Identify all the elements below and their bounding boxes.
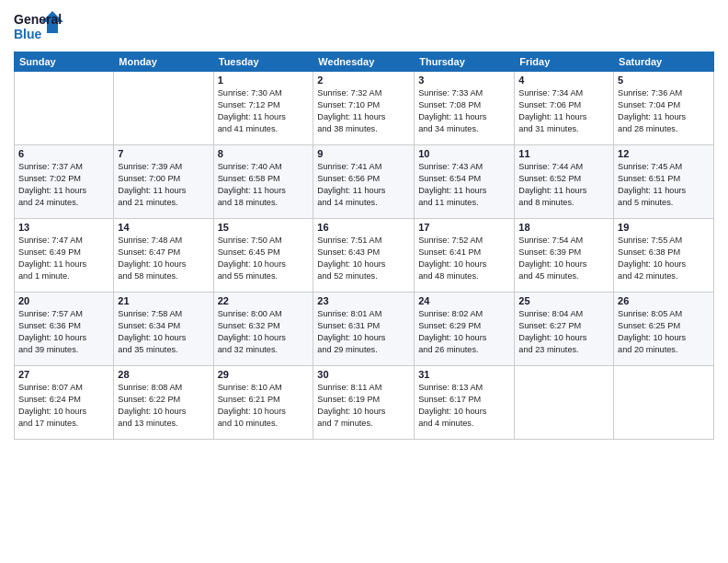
weekday-header-monday: Monday — [114, 52, 213, 72]
day-number: 23 — [317, 295, 410, 306]
calendar-cell — [114, 72, 213, 145]
day-info: Sunrise: 7:33 AM Sunset: 7:08 PM Dayligh… — [418, 87, 510, 135]
calendar-cell — [15, 72, 114, 145]
calendar-cell: 24Sunrise: 8:02 AM Sunset: 6:29 PM Dayli… — [415, 293, 515, 366]
weekday-header-tuesday: Tuesday — [213, 52, 313, 72]
day-number: 20 — [18, 295, 109, 306]
day-number: 11 — [518, 148, 609, 159]
calendar-cell: 21Sunrise: 7:58 AM Sunset: 6:34 PM Dayli… — [114, 293, 213, 366]
day-info: Sunrise: 8:07 AM Sunset: 6:24 PM Dayligh… — [18, 382, 109, 430]
day-info: Sunrise: 7:57 AM Sunset: 6:36 PM Dayligh… — [18, 308, 109, 356]
calendar-cell: 12Sunrise: 7:45 AM Sunset: 6:51 PM Dayli… — [614, 145, 714, 219]
day-number: 17 — [418, 222, 510, 233]
day-number: 7 — [118, 148, 209, 159]
calendar-table: SundayMondayTuesdayWednesdayThursdayFrid… — [14, 52, 714, 440]
calendar-cell: 15Sunrise: 7:50 AM Sunset: 6:45 PM Dayli… — [213, 219, 313, 293]
day-number: 18 — [518, 222, 609, 233]
calendar-cell: 23Sunrise: 8:01 AM Sunset: 6:31 PM Dayli… — [313, 293, 415, 366]
calendar-cell: 17Sunrise: 7:52 AM Sunset: 6:41 PM Dayli… — [415, 219, 515, 293]
day-info: Sunrise: 8:04 AM Sunset: 6:27 PM Dayligh… — [518, 308, 609, 356]
calendar-cell: 31Sunrise: 8:13 AM Sunset: 6:17 PM Dayli… — [415, 366, 515, 440]
day-info: Sunrise: 7:32 AM Sunset: 7:10 PM Dayligh… — [317, 87, 410, 135]
day-info: Sunrise: 8:08 AM Sunset: 6:22 PM Dayligh… — [118, 382, 209, 430]
calendar-cell: 9Sunrise: 7:41 AM Sunset: 6:56 PM Daylig… — [313, 145, 415, 219]
day-info: Sunrise: 7:54 AM Sunset: 6:39 PM Dayligh… — [518, 235, 609, 282]
weekday-header-saturday: Saturday — [614, 52, 714, 72]
calendar-cell: 19Sunrise: 7:55 AM Sunset: 6:38 PM Dayli… — [614, 219, 714, 293]
calendar-cell: 1Sunrise: 7:30 AM Sunset: 7:12 PM Daylig… — [213, 72, 313, 145]
calendar-cell: 25Sunrise: 8:04 AM Sunset: 6:27 PM Dayli… — [515, 293, 614, 366]
day-number: 4 — [518, 75, 609, 86]
calendar-cell: 16Sunrise: 7:51 AM Sunset: 6:43 PM Dayli… — [313, 219, 415, 293]
day-info: Sunrise: 7:48 AM Sunset: 6:47 PM Dayligh… — [118, 235, 209, 282]
calendar-cell: 8Sunrise: 7:40 AM Sunset: 6:58 PM Daylig… — [213, 145, 313, 219]
day-info: Sunrise: 7:44 AM Sunset: 6:52 PM Dayligh… — [518, 161, 609, 209]
calendar-cell: 6Sunrise: 7:37 AM Sunset: 7:02 PM Daylig… — [15, 145, 114, 219]
calendar-cell: 7Sunrise: 7:39 AM Sunset: 7:00 PM Daylig… — [114, 145, 213, 219]
day-number: 30 — [317, 369, 410, 380]
weekday-header-row: SundayMondayTuesdayWednesdayThursdayFrid… — [15, 52, 714, 72]
calendar-cell: 10Sunrise: 7:43 AM Sunset: 6:54 PM Dayli… — [415, 145, 515, 219]
day-number: 26 — [618, 295, 710, 306]
day-info: Sunrise: 8:13 AM Sunset: 6:17 PM Dayligh… — [418, 382, 510, 430]
calendar-cell: 22Sunrise: 8:00 AM Sunset: 6:32 PM Dayli… — [213, 293, 313, 366]
weekday-header-friday: Friday — [515, 52, 614, 72]
day-number: 1 — [218, 75, 310, 86]
day-info: Sunrise: 7:41 AM Sunset: 6:56 PM Dayligh… — [317, 161, 410, 209]
day-number: 14 — [118, 222, 209, 233]
day-number: 25 — [518, 295, 609, 306]
day-info: Sunrise: 7:50 AM Sunset: 6:45 PM Dayligh… — [218, 235, 310, 282]
day-info: Sunrise: 8:00 AM Sunset: 6:32 PM Dayligh… — [218, 308, 310, 356]
day-info: Sunrise: 7:45 AM Sunset: 6:51 PM Dayligh… — [618, 161, 710, 209]
calendar-cell: 4Sunrise: 7:34 AM Sunset: 7:06 PM Daylig… — [515, 72, 614, 145]
day-number: 8 — [218, 148, 310, 159]
calendar-cell — [614, 366, 714, 440]
svg-text:Blue: Blue — [14, 27, 42, 41]
day-number: 29 — [218, 369, 310, 380]
day-number: 21 — [118, 295, 209, 306]
calendar-cell: 11Sunrise: 7:44 AM Sunset: 6:52 PM Dayli… — [515, 145, 614, 219]
day-number: 28 — [118, 369, 209, 380]
day-info: Sunrise: 7:36 AM Sunset: 7:04 PM Dayligh… — [618, 87, 710, 135]
day-info: Sunrise: 7:39 AM Sunset: 7:00 PM Dayligh… — [118, 161, 209, 209]
day-info: Sunrise: 7:37 AM Sunset: 7:02 PM Dayligh… — [18, 161, 109, 209]
day-info: Sunrise: 7:30 AM Sunset: 7:12 PM Dayligh… — [218, 87, 310, 135]
day-number: 19 — [618, 222, 710, 233]
day-number: 3 — [418, 75, 510, 86]
day-info: Sunrise: 7:51 AM Sunset: 6:43 PM Dayligh… — [317, 235, 410, 282]
weekday-header-sunday: Sunday — [15, 52, 114, 72]
calendar-cell: 2Sunrise: 7:32 AM Sunset: 7:10 PM Daylig… — [313, 72, 415, 145]
day-info: Sunrise: 7:58 AM Sunset: 6:34 PM Dayligh… — [118, 308, 209, 356]
calendar-cell: 27Sunrise: 8:07 AM Sunset: 6:24 PM Dayli… — [15, 366, 114, 440]
day-number: 15 — [218, 222, 310, 233]
calendar-cell: 5Sunrise: 7:36 AM Sunset: 7:04 PM Daylig… — [614, 72, 714, 145]
calendar-cell: 28Sunrise: 8:08 AM Sunset: 6:22 PM Dayli… — [114, 366, 213, 440]
calendar-week-row: 27Sunrise: 8:07 AM Sunset: 6:24 PM Dayli… — [15, 366, 714, 440]
header: GeneralBlue — [14, 9, 714, 46]
day-number: 2 — [317, 75, 410, 86]
calendar-cell: 14Sunrise: 7:48 AM Sunset: 6:47 PM Dayli… — [114, 219, 213, 293]
day-info: Sunrise: 8:01 AM Sunset: 6:31 PM Dayligh… — [317, 308, 410, 356]
day-number: 31 — [418, 369, 510, 380]
weekday-header-thursday: Thursday — [415, 52, 515, 72]
calendar-week-row: 13Sunrise: 7:47 AM Sunset: 6:49 PM Dayli… — [15, 219, 714, 293]
calendar-cell: 13Sunrise: 7:47 AM Sunset: 6:49 PM Dayli… — [15, 219, 114, 293]
day-info: Sunrise: 8:05 AM Sunset: 6:25 PM Dayligh… — [618, 308, 710, 356]
calendar-cell — [515, 366, 614, 440]
calendar-cell: 30Sunrise: 8:11 AM Sunset: 6:19 PM Dayli… — [313, 366, 415, 440]
day-number: 27 — [18, 369, 109, 380]
calendar-cell: 26Sunrise: 8:05 AM Sunset: 6:25 PM Dayli… — [614, 293, 714, 366]
weekday-header-wednesday: Wednesday — [313, 52, 415, 72]
day-number: 16 — [317, 222, 410, 233]
logo: GeneralBlue — [14, 9, 69, 46]
day-info: Sunrise: 7:40 AM Sunset: 6:58 PM Dayligh… — [218, 161, 310, 209]
day-number: 13 — [18, 222, 109, 233]
calendar-cell: 29Sunrise: 8:10 AM Sunset: 6:21 PM Dayli… — [213, 366, 313, 440]
day-number: 12 — [618, 148, 710, 159]
day-number: 9 — [317, 148, 410, 159]
day-number: 22 — [218, 295, 310, 306]
calendar-cell: 20Sunrise: 7:57 AM Sunset: 6:36 PM Dayli… — [15, 293, 114, 366]
day-info: Sunrise: 7:55 AM Sunset: 6:38 PM Dayligh… — [618, 235, 710, 282]
calendar-page: GeneralBlue SundayMondayTuesdayWednesday… — [0, 0, 728, 563]
day-info: Sunrise: 7:52 AM Sunset: 6:41 PM Dayligh… — [418, 235, 510, 282]
